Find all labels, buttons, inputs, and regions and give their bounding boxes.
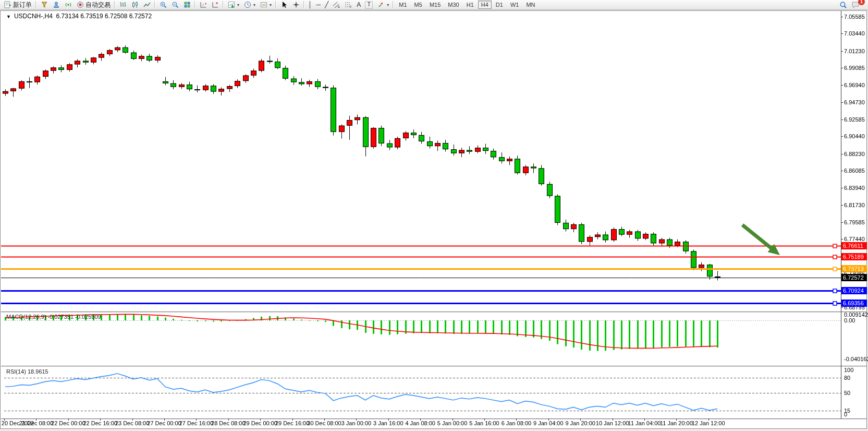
toolbar: 新订单 自动交易 ▾ ▾ ▾ │ ─ [0, 0, 868, 10]
zoom-in-button[interactable] [157, 1, 169, 9]
auto-trading-label: 自动交易 [85, 1, 111, 9]
new-order-button[interactable]: 新订单 [2, 1, 34, 9]
separator [114, 1, 115, 8]
period-button[interactable]: ▾ [241, 1, 258, 9]
timeframe-button-h4[interactable]: H4 [478, 1, 492, 9]
arrows-tool-button[interactable]: ▾ [375, 1, 391, 9]
auto-scroll-button[interactable] [197, 1, 209, 9]
signal-icon [64, 1, 72, 9]
equidistant-channel-icon: E [333, 1, 340, 9]
vertical-line-icon: │ [308, 1, 312, 8]
dropdown-caret: ▾ [237, 3, 239, 7]
zoom-out-icon [171, 1, 179, 9]
horizontal-line-tool-button[interactable]: ─ [314, 1, 323, 9]
timeframe-button-m30[interactable]: M30 [445, 1, 462, 9]
community-button[interactable] [50, 1, 62, 9]
separator [303, 1, 304, 8]
line-chart-icon [143, 1, 151, 9]
search-button[interactable] [837, 1, 849, 9]
timeframe-button-w1[interactable]: W1 [507, 1, 522, 9]
dropdown-caret: ▾ [253, 3, 255, 7]
add-indicator-icon [227, 1, 235, 9]
timeframe-group: M1M5M15M30H1H4D1W1MN [395, 1, 539, 9]
trendline-icon: ╱ [325, 1, 328, 8]
separator [223, 1, 224, 8]
auto-trading-icon [76, 1, 84, 9]
timeframe-button-h1[interactable]: H1 [463, 1, 477, 9]
bar-chart-icon [119, 1, 127, 9]
candlestick-chart-button[interactable] [129, 1, 141, 9]
crosshair-icon [292, 1, 300, 9]
chart-shift-button[interactable] [209, 1, 221, 9]
channel-tool-button[interactable]: E [331, 1, 343, 9]
text-icon: A [357, 1, 361, 8]
chart-shift-icon [211, 1, 219, 9]
zoom-in-icon [159, 1, 167, 9]
timeframe-button-d1[interactable]: D1 [493, 1, 506, 9]
chat-button[interactable]: 1 [849, 1, 861, 9]
timeframe-button-m15[interactable]: M15 [426, 1, 444, 9]
bar-chart-button[interactable] [117, 1, 129, 9]
crosshair-tool-button[interactable] [290, 1, 302, 9]
cursor-tool-button[interactable] [278, 1, 290, 9]
timeframe-button-mn[interactable]: MN [523, 1, 538, 9]
profile-button[interactable] [38, 1, 50, 9]
line-chart-button[interactable] [141, 1, 153, 9]
fibo-sub-label: F [350, 5, 352, 8]
trendline-tool-button[interactable]: ╱ [323, 1, 331, 9]
vertical-line-tool-button[interactable]: │ [306, 1, 314, 9]
separator [35, 1, 36, 8]
text-label-icon: T [365, 1, 373, 9]
timeframe-button-m5[interactable]: M5 [411, 1, 425, 9]
label-tool-button[interactable]: T [363, 1, 375, 9]
fibonacci-tool-button[interactable]: F [343, 1, 354, 9]
dropdown-caret: ▾ [387, 3, 389, 7]
separator [194, 1, 195, 8]
new-order-label: 新订单 [13, 1, 32, 9]
notification-badge: 1 [858, 0, 865, 5]
fibonacci-icon: F [345, 1, 352, 9]
separator [393, 1, 394, 8]
candlestick-chart-icon [131, 1, 139, 9]
signals-button[interactable] [62, 1, 74, 9]
tile-windows-button[interactable] [181, 1, 193, 9]
separator [275, 1, 276, 8]
timeframe-button-m1[interactable]: M1 [396, 1, 410, 9]
search-icon [839, 1, 847, 9]
arrow-shapes-icon [377, 1, 385, 9]
zoom-out-button[interactable] [169, 1, 181, 9]
template-button[interactable]: ▾ [258, 1, 274, 9]
horizontal-line-icon: ─ [316, 1, 321, 8]
chart-canvas[interactable] [0, 0, 868, 431]
add-indicator-button[interactable]: ▾ [225, 1, 241, 9]
dropdown-caret: ▾ [270, 3, 272, 7]
auto-trading-button[interactable]: 自动交易 [74, 1, 113, 9]
cursor-icon [280, 1, 288, 9]
template-icon [260, 1, 267, 9]
new-order-icon [4, 1, 11, 9]
channel-sub-label: E [338, 5, 340, 8]
tile-windows-icon [183, 1, 191, 9]
separator [154, 1, 155, 8]
auto-scroll-icon [199, 1, 207, 9]
user-icon [52, 1, 60, 9]
clock-icon [243, 1, 251, 9]
funnel-icon [40, 1, 48, 9]
text-tool-button[interactable]: A [354, 1, 363, 9]
